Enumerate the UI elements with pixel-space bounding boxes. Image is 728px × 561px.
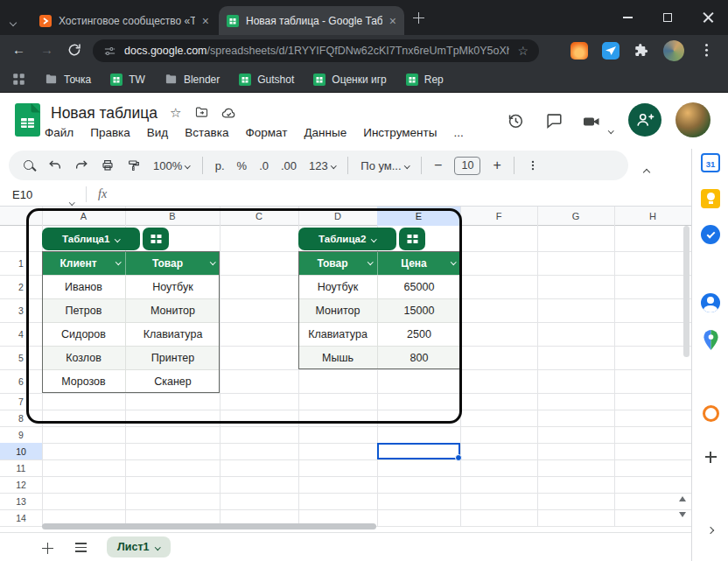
column-header-E[interactable]: E [377, 207, 460, 226]
menu-view[interactable]: Вид [146, 124, 169, 141]
bookmark-blender[interactable]: Blender [164, 73, 220, 86]
table-cell[interactable]: Морозов [42, 370, 125, 393]
menu-overflow[interactable]: ... [452, 124, 464, 141]
table-cell[interactable]: Принтер [125, 347, 220, 369]
name-box-dropdown[interactable] [70, 192, 74, 207]
maps-panel-button[interactable] [700, 329, 721, 350]
document-title[interactable]: Новая таблица [51, 104, 158, 123]
bookmark-rep[interactable]: Rep [406, 74, 444, 86]
add-sheet-button[interactable] [42, 542, 53, 557]
table-grid-icon-button[interactable] [143, 228, 169, 250]
back-button[interactable]: ← [12, 42, 25, 57]
new-tab-button[interactable] [413, 11, 424, 27]
table-cell[interactable]: Сканер [125, 370, 220, 393]
comments-button[interactable] [544, 111, 564, 134]
tasks-panel-button[interactable] [700, 224, 721, 245]
menu-format[interactable]: Формат [244, 124, 288, 141]
bookmark-ocenki-igr[interactable]: Оценки игр [313, 74, 386, 86]
font-size-input[interactable]: 10 [454, 157, 480, 175]
table-cell[interactable]: Монитор [125, 299, 220, 322]
column-header-H[interactable]: H [614, 207, 691, 226]
name-box[interactable]: E10 [12, 188, 32, 201]
undo-button[interactable] [48, 158, 62, 172]
print-button[interactable] [101, 158, 115, 172]
table-cell[interactable]: Сидоров [42, 323, 125, 346]
search-menus-button[interactable] [23, 159, 36, 172]
meet-dropdown[interactable] [609, 120, 613, 136]
apps-grid-icon[interactable] [12, 73, 25, 86]
column-header-D[interactable]: D [298, 207, 377, 226]
table-cell[interactable]: Ноутбук [298, 276, 377, 298]
table-cell[interactable]: Козлов [42, 347, 125, 369]
table-cell[interactable]: Клавиатура [125, 323, 220, 346]
address-bar[interactable]: docs.google.com/spreadsheets/d/1RYYIFQfD… [93, 39, 539, 62]
row-header-3[interactable]: 3 [0, 298, 42, 322]
row-header-4[interactable]: 4 [0, 322, 42, 346]
move-folder-icon[interactable] [194, 105, 209, 123]
spreadsheet-grid[interactable]: ABCDEFGH1234567891011121314Таблица1Клиен… [0, 207, 691, 531]
font-selector[interactable]: По ум... [360, 159, 409, 172]
table-column-header[interactable]: Цена [377, 251, 460, 275]
horizontal-scrollbar-thumb[interactable] [42, 523, 376, 529]
row-header-14[interactable]: 14 [0, 509, 42, 526]
column-header-G[interactable]: G [537, 207, 614, 226]
tab-close-icon[interactable]: × [389, 15, 396, 27]
percent-format-button[interactable]: % [237, 159, 248, 172]
extensions-button[interactable] [634, 43, 648, 61]
row-header-6[interactable]: 6 [0, 369, 42, 393]
contacts-panel-button[interactable] [700, 292, 721, 313]
row-header-1[interactable]: 1 [0, 251, 42, 275]
meet-button[interactable] [581, 111, 602, 136]
paint-format-button[interactable] [127, 158, 141, 172]
table-column-header[interactable]: Товар [125, 251, 220, 275]
browser-tab-1[interactable]: Хостинговое сообщество «Tim × [32, 6, 217, 35]
number-format-button[interactable]: 123 [309, 159, 335, 172]
row-header-13[interactable]: 13 [0, 493, 42, 509]
table-cell[interactable]: Монитор [298, 299, 377, 322]
row-header-5[interactable]: 5 [0, 346, 42, 369]
table-cell[interactable]: Петров [42, 299, 125, 322]
row-header-2[interactable]: 2 [0, 275, 42, 298]
table-column-header[interactable]: Клиент [42, 251, 125, 275]
table-cell[interactable]: 65000 [377, 276, 460, 298]
table-cell[interactable]: 15000 [377, 299, 460, 322]
all-sheets-button[interactable] [75, 543, 87, 552]
table-grid-icon-button[interactable] [399, 228, 425, 250]
addon-panel-button[interactable] [700, 403, 721, 424]
bookmark-gutshot[interactable]: Gutshot [239, 74, 294, 86]
share-button[interactable] [628, 103, 662, 137]
redo-button[interactable] [74, 158, 88, 172]
bookmark-tw[interactable]: TW [110, 74, 145, 86]
increase-font-size-button[interactable]: + [493, 158, 500, 173]
browser-profile-avatar[interactable] [663, 40, 684, 61]
toolbar-more-button[interactable] [527, 159, 539, 172]
column-header-B[interactable]: B [125, 207, 220, 226]
row-header-11[interactable]: 11 [0, 459, 42, 476]
get-addons-button[interactable] [700, 446, 721, 467]
extension-icon-blue[interactable] [602, 42, 620, 60]
table-name-chip[interactable]: Таблица2 [298, 228, 396, 250]
menu-file[interactable]: Файл [44, 124, 74, 141]
tab-close-icon[interactable]: × [202, 15, 209, 27]
row-header-9[interactable]: 9 [0, 426, 42, 443]
browser-menu-kebab-icon[interactable] [705, 44, 708, 46]
sheet-tab-list1[interactable]: Лист1 [107, 536, 171, 557]
table-name-chip[interactable]: Таблица1 [42, 228, 140, 250]
sheets-logo[interactable] [15, 103, 40, 140]
menu-tools[interactable]: Инструменты [362, 124, 438, 141]
forward-button[interactable]: → [40, 42, 53, 57]
table-cell[interactable]: Иванов [42, 276, 125, 298]
scroll-down-button[interactable] [679, 512, 686, 517]
column-header-A[interactable]: A [42, 207, 125, 226]
window-maximize-button[interactable] [648, 0, 688, 35]
row-header-8[interactable]: 8 [0, 410, 42, 426]
table-cell[interactable]: Ноутбук [125, 276, 220, 298]
column-header-C[interactable]: C [220, 207, 298, 226]
table-column-header[interactable]: Товар [298, 251, 377, 275]
version-history-button[interactable] [506, 111, 525, 134]
calendar-panel-button[interactable]: 31 [700, 152, 721, 173]
vertical-scrollbar-thumb[interactable] [683, 226, 690, 357]
reload-button[interactable] [66, 42, 82, 61]
table-cell[interactable]: Клавиатура [298, 323, 377, 346]
user-avatar[interactable] [676, 102, 710, 137]
